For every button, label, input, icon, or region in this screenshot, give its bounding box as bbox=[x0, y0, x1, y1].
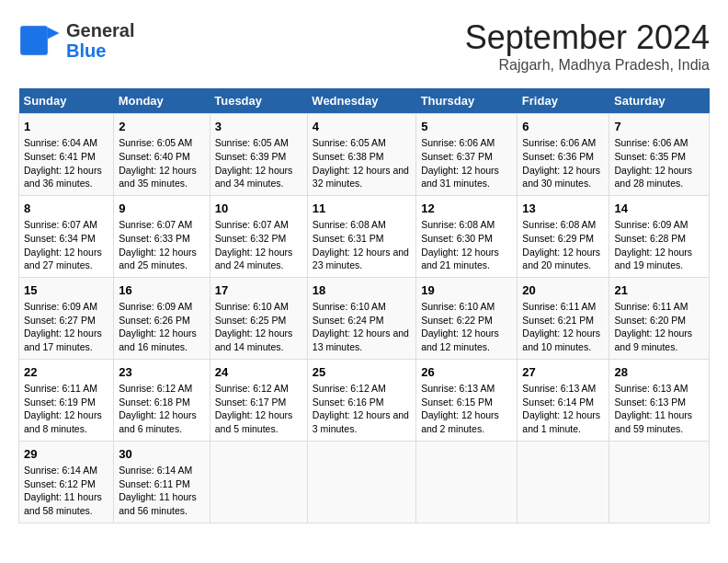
page-header: General Blue September 2024 Rajgarh, Mad… bbox=[18, 18, 710, 74]
day-number: 1 bbox=[24, 119, 108, 135]
calendar-week-row: 15 Sunrise: 6:09 AM Sunset: 6:27 PM Dayl… bbox=[19, 277, 710, 359]
calendar-day-cell bbox=[518, 441, 609, 523]
calendar-table: SundayMondayTuesdayWednesdayThursdayFrid… bbox=[18, 88, 710, 523]
calendar-day-cell: 20 Sunrise: 6:11 AM Sunset: 6:21 PM Dayl… bbox=[518, 277, 609, 359]
daylight-label: Daylight: 11 hours and 59 minutes. bbox=[614, 409, 692, 434]
daylight-label: Daylight: 12 hours and 9 minutes. bbox=[614, 327, 692, 352]
sunset-label: Sunset: 6:31 PM bbox=[313, 233, 384, 244]
daylight-label: Daylight: 12 hours and 19 minutes. bbox=[614, 247, 692, 271]
sunset-label: Sunset: 6:36 PM bbox=[522, 151, 594, 162]
calendar-header-cell: Friday bbox=[518, 88, 609, 114]
daylight-label: Daylight: 11 hours and 58 minutes. bbox=[24, 491, 102, 516]
daylight-label: Daylight: 12 hours and 35 minutes. bbox=[119, 165, 197, 190]
day-number: 11 bbox=[313, 201, 411, 217]
sunrise-label: Sunrise: 6:10 AM bbox=[421, 301, 495, 312]
sunset-label: Sunset: 6:30 PM bbox=[421, 233, 493, 244]
calendar-week-row: 29 Sunrise: 6:14 AM Sunset: 6:12 PM Dayl… bbox=[19, 441, 710, 523]
sunset-label: Sunset: 6:14 PM bbox=[522, 396, 594, 408]
calendar-day-cell: 4 Sunrise: 6:05 AM Sunset: 6:38 PM Dayli… bbox=[307, 114, 415, 196]
sunset-label: Sunset: 6:20 PM bbox=[614, 315, 686, 326]
daylight-label: Daylight: 12 hours and 36 minutes. bbox=[24, 165, 102, 190]
daylight-label: Daylight: 12 hours and 27 minutes. bbox=[24, 247, 102, 271]
sunset-label: Sunset: 6:39 PM bbox=[215, 151, 287, 162]
daylight-label: Daylight: 12 hours and 32 minutes. bbox=[313, 165, 409, 190]
page-subtitle: Rajgarh, Madhya Pradesh, India bbox=[465, 57, 710, 74]
sunrise-label: Sunrise: 6:10 AM bbox=[215, 301, 289, 312]
daylight-label: Daylight: 12 hours and 13 minutes. bbox=[313, 327, 409, 352]
sunrise-label: Sunrise: 6:04 AM bbox=[24, 137, 97, 148]
daylight-label: Daylight: 12 hours and 16 minutes. bbox=[119, 327, 197, 352]
day-number: 10 bbox=[215, 201, 302, 217]
sunrise-label: Sunrise: 6:06 AM bbox=[421, 137, 495, 148]
calendar-day-cell: 23 Sunrise: 6:12 AM Sunset: 6:18 PM Dayl… bbox=[114, 359, 210, 441]
daylight-label: Daylight: 12 hours and 28 minutes. bbox=[614, 165, 692, 190]
calendar-day-cell: 9 Sunrise: 6:07 AM Sunset: 6:33 PM Dayli… bbox=[114, 195, 210, 277]
calendar-header-cell: Thursday bbox=[416, 88, 518, 114]
sunrise-label: Sunrise: 6:14 AM bbox=[119, 465, 192, 476]
page-title: September 2024 bbox=[465, 18, 710, 57]
sunrise-label: Sunrise: 6:08 AM bbox=[421, 219, 495, 230]
calendar-day-cell: 27 Sunrise: 6:13 AM Sunset: 6:14 PM Dayl… bbox=[518, 359, 609, 441]
calendar-day-cell: 10 Sunrise: 6:07 AM Sunset: 6:32 PM Dayl… bbox=[210, 195, 307, 277]
day-number: 20 bbox=[522, 282, 604, 299]
calendar-day-cell: 2 Sunrise: 6:05 AM Sunset: 6:40 PM Dayli… bbox=[114, 114, 210, 196]
daylight-label: Daylight: 12 hours and 30 minutes. bbox=[522, 165, 600, 190]
sunset-label: Sunset: 6:17 PM bbox=[215, 396, 287, 408]
sunset-label: Sunset: 6:29 PM bbox=[522, 233, 594, 244]
calendar-day-cell: 3 Sunrise: 6:05 AM Sunset: 6:39 PM Dayli… bbox=[210, 114, 307, 196]
day-number: 16 bbox=[119, 282, 205, 299]
day-number: 30 bbox=[119, 446, 205, 463]
day-number: 6 bbox=[522, 119, 604, 135]
calendar-day-cell: 17 Sunrise: 6:10 AM Sunset: 6:25 PM Dayl… bbox=[210, 277, 307, 359]
day-number: 28 bbox=[614, 364, 704, 381]
calendar-day-cell bbox=[210, 441, 307, 523]
day-number: 25 bbox=[313, 364, 411, 381]
sunrise-label: Sunrise: 6:13 AM bbox=[522, 383, 596, 394]
sunset-label: Sunset: 6:16 PM bbox=[313, 396, 384, 408]
day-number: 3 bbox=[215, 119, 302, 135]
calendar-day-cell: 26 Sunrise: 6:13 AM Sunset: 6:15 PM Dayl… bbox=[416, 359, 518, 441]
day-number: 9 bbox=[119, 201, 205, 217]
daylight-label: Daylight: 12 hours and 23 minutes. bbox=[313, 247, 409, 271]
daylight-label: Daylight: 11 hours and 56 minutes. bbox=[119, 491, 197, 516]
day-number: 26 bbox=[421, 364, 512, 381]
sunset-label: Sunset: 6:40 PM bbox=[119, 151, 190, 162]
sunrise-label: Sunrise: 6:12 AM bbox=[313, 383, 386, 394]
svg-marker-2 bbox=[48, 28, 59, 39]
calendar-week-row: 22 Sunrise: 6:11 AM Sunset: 6:19 PM Dayl… bbox=[19, 359, 710, 441]
day-number: 14 bbox=[614, 201, 704, 217]
sunrise-label: Sunrise: 6:13 AM bbox=[421, 383, 495, 394]
sunset-label: Sunset: 6:41 PM bbox=[24, 151, 96, 162]
daylight-label: Daylight: 12 hours and 17 minutes. bbox=[24, 327, 102, 352]
sunset-label: Sunset: 6:13 PM bbox=[614, 396, 686, 408]
calendar-day-cell: 18 Sunrise: 6:10 AM Sunset: 6:24 PM Dayl… bbox=[307, 277, 415, 359]
calendar-header-cell: Saturday bbox=[609, 88, 710, 114]
calendar-day-cell: 15 Sunrise: 6:09 AM Sunset: 6:27 PM Dayl… bbox=[19, 277, 114, 359]
sunset-label: Sunset: 6:38 PM bbox=[313, 151, 384, 162]
day-number: 21 bbox=[614, 282, 704, 299]
calendar-day-cell bbox=[609, 441, 710, 523]
calendar-header-cell: Wednesday bbox=[307, 88, 415, 114]
sunset-label: Sunset: 6:19 PM bbox=[24, 396, 96, 408]
sunrise-label: Sunrise: 6:07 AM bbox=[24, 219, 97, 230]
sunrise-label: Sunrise: 6:08 AM bbox=[522, 219, 596, 230]
sunset-label: Sunset: 6:25 PM bbox=[215, 315, 287, 326]
sunset-label: Sunset: 6:22 PM bbox=[421, 315, 493, 326]
sunrise-label: Sunrise: 6:06 AM bbox=[522, 137, 596, 148]
calendar-day-cell: 7 Sunrise: 6:06 AM Sunset: 6:35 PM Dayli… bbox=[609, 114, 710, 196]
daylight-label: Daylight: 12 hours and 10 minutes. bbox=[522, 327, 600, 352]
day-number: 24 bbox=[215, 364, 302, 381]
day-number: 19 bbox=[421, 282, 512, 299]
sunset-label: Sunset: 6:34 PM bbox=[24, 233, 96, 244]
calendar-header-cell: Sunday bbox=[19, 88, 114, 114]
sunrise-label: Sunrise: 6:12 AM bbox=[215, 383, 289, 394]
sunrise-label: Sunrise: 6:05 AM bbox=[215, 137, 289, 148]
calendar-week-row: 8 Sunrise: 6:07 AM Sunset: 6:34 PM Dayli… bbox=[19, 195, 710, 277]
calendar-body: 1 Sunrise: 6:04 AM Sunset: 6:41 PM Dayli… bbox=[19, 114, 710, 523]
day-number: 17 bbox=[215, 282, 302, 299]
sunrise-label: Sunrise: 6:12 AM bbox=[119, 383, 192, 394]
calendar-day-cell: 25 Sunrise: 6:12 AM Sunset: 6:16 PM Dayl… bbox=[307, 359, 415, 441]
calendar-day-cell: 28 Sunrise: 6:13 AM Sunset: 6:13 PM Dayl… bbox=[609, 359, 710, 441]
title-block: September 2024 Rajgarh, Madhya Pradesh, … bbox=[465, 18, 710, 74]
calendar-day-cell: 16 Sunrise: 6:09 AM Sunset: 6:26 PM Dayl… bbox=[114, 277, 210, 359]
